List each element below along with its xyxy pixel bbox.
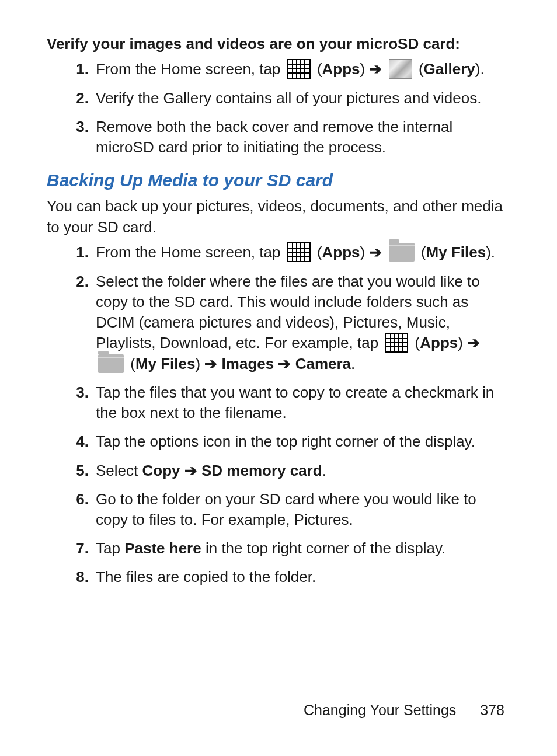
arrow-icon: ➔ xyxy=(184,462,197,479)
gallery-icon xyxy=(389,59,412,79)
apps-label: Apps xyxy=(322,60,360,78)
step-1: From the Home screen, tap (Apps) ➔ (Gall… xyxy=(63,59,510,80)
step-3: Remove both the back cover and remove th… xyxy=(63,117,510,158)
step-text: Remove both the back cover and remove th… xyxy=(96,118,452,156)
arrow-icon: ➔ xyxy=(467,334,480,351)
step-4: Tap the options icon in the top right co… xyxy=(63,431,510,452)
step-6: Go to the folder on your SD card where y… xyxy=(63,489,510,530)
step-1: From the Home screen, tap (Apps) ➔ (My F… xyxy=(63,242,510,263)
arrow-icon: ➔ xyxy=(278,355,291,372)
step-text: Select xyxy=(96,462,142,479)
step-text: From the Home screen, tap xyxy=(96,60,285,78)
arrow-icon: ➔ xyxy=(369,60,382,78)
step-text: in the top right corner of the display. xyxy=(206,539,445,557)
steps-verify: From the Home screen, tap (Apps) ➔ (Gall… xyxy=(63,59,510,158)
step-8: The files are copied to the folder. xyxy=(63,567,510,587)
step-text: Tap xyxy=(96,539,124,557)
arrow-icon: ➔ xyxy=(369,243,382,261)
images-label: Images xyxy=(222,355,274,372)
step-5: Select Copy ➔ SD memory card. xyxy=(63,461,510,481)
apps-grid-icon xyxy=(287,242,311,262)
step-text: Tap the options icon in the top right co… xyxy=(96,433,475,450)
step-2: Verify the Gallery contains all of your … xyxy=(63,88,510,109)
step-3: Tap the files that you want to copy to c… xyxy=(63,382,510,423)
arrow-icon: ➔ xyxy=(204,355,217,372)
chapter-title: Changing Your Settings xyxy=(304,702,456,718)
sd-label: SD memory card xyxy=(201,462,322,479)
steps-backup: From the Home screen, tap (Apps) ➔ (My F… xyxy=(63,242,510,587)
gallery-label: Gallery xyxy=(424,60,475,78)
page-number: 378 xyxy=(480,702,504,718)
step-7: Tap Paste here in the top right corner o… xyxy=(63,538,510,559)
paste-label: Paste here xyxy=(124,539,201,557)
apps-grid-icon xyxy=(287,59,311,79)
camera-label: Camera xyxy=(295,355,351,372)
step-text: Tap the files that you want to copy to c… xyxy=(96,384,494,421)
step-text: Verify the Gallery contains all of your … xyxy=(96,89,481,107)
step-text: The files are copied to the folder. xyxy=(96,568,316,586)
step-text: From the Home screen, tap xyxy=(96,243,285,261)
folder-icon xyxy=(389,243,415,262)
apps-grid-icon xyxy=(385,333,408,353)
section-heading-verify: Verify your images and videos are on you… xyxy=(47,35,510,53)
page-footer: Changing Your Settings 378 xyxy=(304,702,504,719)
apps-label: Apps xyxy=(322,243,360,261)
manual-page: Verify your images and videos are on you… xyxy=(0,0,557,756)
step-2: Select the folder where the files are th… xyxy=(63,271,510,375)
intro-text: You can back up your pictures, videos, d… xyxy=(47,196,510,237)
myfiles-label: My Files xyxy=(426,243,486,261)
myfiles-label: My Files xyxy=(135,355,196,372)
apps-label: Apps xyxy=(420,334,458,351)
subsection-heading-backup: Backing Up Media to your SD card xyxy=(47,170,510,190)
step-text: Go to the folder on your SD card where y… xyxy=(96,490,476,528)
copy-label: Copy xyxy=(142,462,180,479)
folder-icon xyxy=(98,354,124,373)
